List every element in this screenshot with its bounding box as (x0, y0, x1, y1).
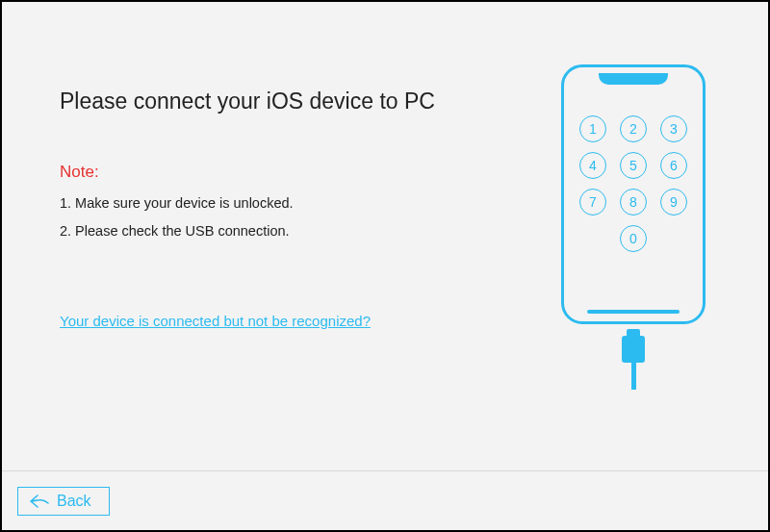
note-heading: Note: (60, 163, 518, 182)
footer-bar: Back (2, 470, 768, 530)
keypad-key: 0 (620, 225, 647, 252)
keypad-key: 4 (579, 152, 606, 179)
instructions-pane: Please connect your iOS device to PC Not… (60, 55, 537, 442)
back-arrow-icon (30, 494, 49, 508)
phone-home-indicator-icon (587, 310, 680, 314)
phone-keypad: 1 2 3 4 5 6 7 8 9 0 (564, 115, 703, 252)
keypad-key: 7 (579, 189, 606, 215)
device-not-recognized-link[interactable]: Your device is connected but not be reco… (60, 313, 371, 329)
phone-illustration: 1 2 3 4 5 6 7 8 9 0 (561, 64, 706, 324)
phone-notch-icon (599, 73, 668, 85)
note-item: 1. Make sure your device is unlocked. (60, 190, 518, 217)
illustration-pane: 1 2 3 4 5 6 7 8 9 0 (537, 55, 730, 442)
keypad-key: 6 (660, 152, 687, 179)
keypad-key: 1 (579, 115, 606, 142)
back-button[interactable]: Back (17, 487, 110, 516)
usb-cable-icon (622, 329, 645, 390)
page-title: Please connect your iOS device to PC (60, 89, 518, 114)
keypad-key: 3 (660, 115, 687, 142)
keypad-key: 8 (620, 189, 647, 215)
keypad-key: 5 (620, 152, 647, 179)
app-window: Please connect your iOS device to PC Not… (0, 0, 770, 532)
keypad-key: 9 (660, 189, 687, 215)
back-button-label: Back (57, 493, 91, 510)
main-content: Please connect your iOS device to PC Not… (2, 2, 768, 470)
note-item: 2. Please check the USB connection. (60, 217, 518, 245)
keypad-key: 2 (620, 115, 647, 142)
note-list: 1. Make sure your device is unlocked. 2.… (60, 190, 518, 245)
